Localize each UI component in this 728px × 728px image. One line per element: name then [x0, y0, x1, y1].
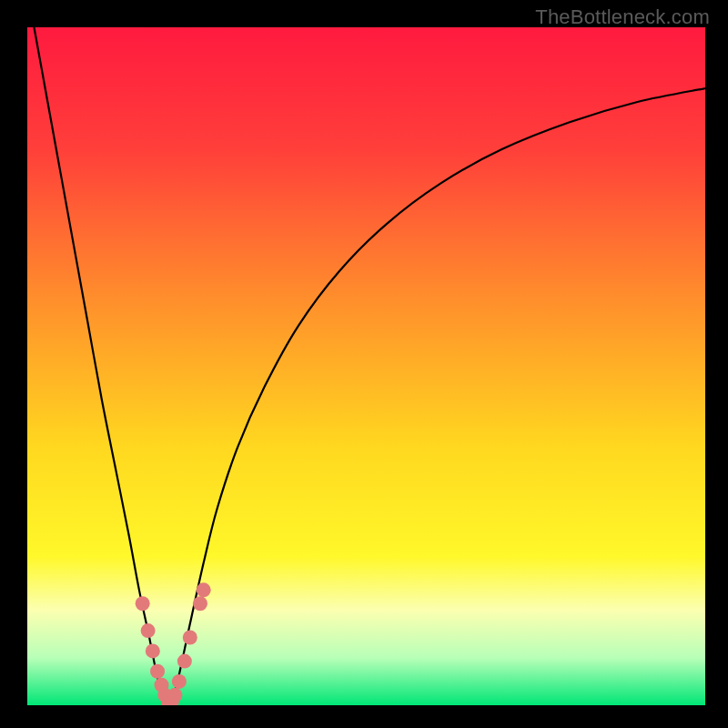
markers-layer: [27, 27, 705, 705]
marker-dot: [141, 623, 156, 638]
marker-dot: [197, 582, 211, 597]
marker-dot: [172, 674, 187, 689]
marker-dot: [167, 688, 182, 703]
chart-plot-area: [27, 27, 705, 705]
watermark-text: TheBottleneck.com: [535, 5, 710, 29]
marker-dot: [193, 596, 207, 611]
marker-dot: [146, 643, 160, 658]
marker-dot: [136, 596, 150, 611]
marker-dot: [177, 654, 192, 669]
marker-dot: [183, 631, 197, 645]
marker-dot: [150, 664, 165, 679]
